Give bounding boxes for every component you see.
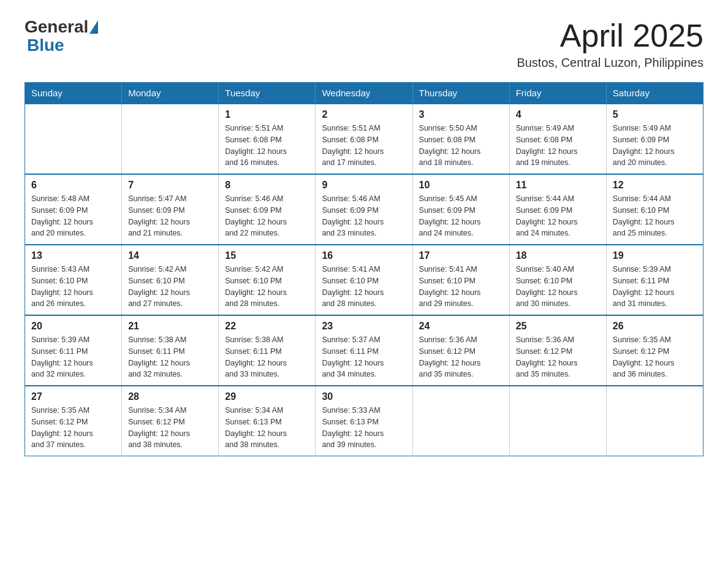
calendar-cell: 6Sunrise: 5:48 AM Sunset: 6:09 PM Daylig…: [25, 174, 122, 245]
day-number: 25: [516, 321, 600, 332]
title-section: April 2025 Bustos, Central Luzon, Philip…: [517, 18, 703, 70]
logo-blue-text: Blue: [27, 36, 64, 55]
calendar-cell: 19Sunrise: 5:39 AM Sunset: 6:11 PM Dayli…: [606, 245, 703, 315]
day-number: 24: [419, 321, 503, 332]
day-info: Sunrise: 5:34 AM Sunset: 6:13 PM Dayligh…: [225, 405, 309, 451]
calendar-cell: 7Sunrise: 5:47 AM Sunset: 6:09 PM Daylig…: [122, 174, 219, 245]
day-info: Sunrise: 5:40 AM Sunset: 6:10 PM Dayligh…: [516, 264, 600, 310]
day-number: 27: [31, 391, 115, 402]
header-monday: Monday: [122, 83, 219, 104]
day-info: Sunrise: 5:47 AM Sunset: 6:09 PM Dayligh…: [128, 193, 212, 239]
day-info: Sunrise: 5:36 AM Sunset: 6:12 PM Dayligh…: [419, 334, 503, 380]
calendar-cell: 30Sunrise: 5:33 AM Sunset: 6:13 PM Dayli…: [316, 386, 412, 456]
calendar-cell: 8Sunrise: 5:46 AM Sunset: 6:09 PM Daylig…: [219, 174, 316, 245]
day-number: 17: [419, 250, 503, 261]
header-tuesday: Tuesday: [219, 83, 316, 104]
day-number: 22: [225, 321, 309, 332]
calendar-cell: 1Sunrise: 5:51 AM Sunset: 6:08 PM Daylig…: [219, 104, 316, 174]
day-number: 6: [31, 180, 115, 191]
calendar-week-5: 27Sunrise: 5:35 AM Sunset: 6:12 PM Dayli…: [25, 386, 703, 456]
calendar-cell: 13Sunrise: 5:43 AM Sunset: 6:10 PM Dayli…: [25, 245, 122, 315]
day-info: Sunrise: 5:39 AM Sunset: 6:11 PM Dayligh…: [613, 264, 697, 310]
day-info: Sunrise: 5:42 AM Sunset: 6:10 PM Dayligh…: [128, 264, 212, 310]
calendar-cell: 28Sunrise: 5:34 AM Sunset: 6:12 PM Dayli…: [122, 386, 219, 456]
day-info: Sunrise: 5:49 AM Sunset: 6:08 PM Dayligh…: [516, 123, 600, 169]
calendar-table: Sunday Monday Tuesday Wednesday Thursday…: [25, 82, 703, 456]
logo: General Blue: [25, 18, 99, 55]
location-subtitle: Bustos, Central Luzon, Philippines: [517, 56, 703, 70]
calendar-cell: 9Sunrise: 5:46 AM Sunset: 6:09 PM Daylig…: [316, 174, 412, 245]
page-header: General Blue April 2025 Bustos, Central …: [25, 18, 703, 70]
day-number: 21: [128, 321, 212, 332]
header-sunday: Sunday: [25, 83, 122, 104]
calendar-cell: 11Sunrise: 5:44 AM Sunset: 6:09 PM Dayli…: [509, 174, 606, 245]
day-number: 11: [516, 180, 600, 191]
calendar-cell: [509, 386, 606, 456]
day-number: 10: [419, 180, 503, 191]
day-number: 13: [31, 250, 115, 261]
day-info: Sunrise: 5:44 AM Sunset: 6:10 PM Dayligh…: [613, 193, 697, 239]
calendar-week-1: 1Sunrise: 5:51 AM Sunset: 6:08 PM Daylig…: [25, 104, 703, 174]
calendar-cell: 14Sunrise: 5:42 AM Sunset: 6:10 PM Dayli…: [122, 245, 219, 315]
day-number: 2: [322, 109, 406, 120]
calendar-cell: 3Sunrise: 5:50 AM Sunset: 6:08 PM Daylig…: [412, 104, 509, 174]
day-info: Sunrise: 5:33 AM Sunset: 6:13 PM Dayligh…: [322, 405, 406, 451]
day-info: Sunrise: 5:38 AM Sunset: 6:11 PM Dayligh…: [128, 334, 212, 380]
header-saturday: Saturday: [606, 83, 703, 104]
calendar-cell: [606, 386, 703, 456]
logo-general-text: General: [25, 18, 88, 36]
calendar-cell: 17Sunrise: 5:41 AM Sunset: 6:10 PM Dayli…: [412, 245, 509, 315]
calendar-cell: 4Sunrise: 5:49 AM Sunset: 6:08 PM Daylig…: [509, 104, 606, 174]
day-number: 20: [31, 321, 115, 332]
day-info: Sunrise: 5:50 AM Sunset: 6:08 PM Dayligh…: [419, 123, 503, 169]
day-number: 5: [613, 109, 697, 120]
day-info: Sunrise: 5:38 AM Sunset: 6:11 PM Dayligh…: [225, 334, 309, 380]
day-number: 19: [613, 250, 697, 261]
day-number: 3: [419, 109, 503, 120]
day-info: Sunrise: 5:46 AM Sunset: 6:09 PM Dayligh…: [322, 193, 406, 239]
calendar-cell: 22Sunrise: 5:38 AM Sunset: 6:11 PM Dayli…: [219, 315, 316, 386]
day-info: Sunrise: 5:51 AM Sunset: 6:08 PM Dayligh…: [225, 123, 309, 169]
day-info: Sunrise: 5:41 AM Sunset: 6:10 PM Dayligh…: [419, 264, 503, 310]
day-info: Sunrise: 5:48 AM Sunset: 6:09 PM Dayligh…: [31, 193, 115, 239]
calendar-cell: 20Sunrise: 5:39 AM Sunset: 6:11 PM Dayli…: [25, 315, 122, 386]
day-info: Sunrise: 5:35 AM Sunset: 6:12 PM Dayligh…: [613, 334, 697, 380]
day-number: 16: [322, 250, 406, 261]
day-number: 14: [128, 250, 212, 261]
day-number: 15: [225, 250, 309, 261]
calendar-cell: 29Sunrise: 5:34 AM Sunset: 6:13 PM Dayli…: [219, 386, 316, 456]
calendar-cell: [122, 104, 219, 174]
day-number: 9: [322, 180, 406, 191]
day-info: Sunrise: 5:42 AM Sunset: 6:10 PM Dayligh…: [225, 264, 309, 310]
calendar-cell: [412, 386, 509, 456]
day-number: 8: [225, 180, 309, 191]
calendar-cell: 5Sunrise: 5:49 AM Sunset: 6:09 PM Daylig…: [606, 104, 703, 174]
day-number: 28: [128, 391, 212, 402]
calendar-cell: 2Sunrise: 5:51 AM Sunset: 6:08 PM Daylig…: [316, 104, 412, 174]
header-wednesday: Wednesday: [316, 83, 412, 104]
day-number: 18: [516, 250, 600, 261]
day-info: Sunrise: 5:44 AM Sunset: 6:09 PM Dayligh…: [516, 193, 600, 239]
calendar-cell: 27Sunrise: 5:35 AM Sunset: 6:12 PM Dayli…: [25, 386, 122, 456]
day-number: 1: [225, 109, 309, 120]
calendar-week-3: 13Sunrise: 5:43 AM Sunset: 6:10 PM Dayli…: [25, 245, 703, 315]
day-info: Sunrise: 5:43 AM Sunset: 6:10 PM Dayligh…: [31, 264, 115, 310]
calendar-header: Sunday Monday Tuesday Wednesday Thursday…: [25, 83, 703, 104]
calendar-cell: 10Sunrise: 5:45 AM Sunset: 6:09 PM Dayli…: [412, 174, 509, 245]
day-number: 12: [613, 180, 697, 191]
day-info: Sunrise: 5:35 AM Sunset: 6:12 PM Dayligh…: [31, 405, 115, 451]
header-row: Sunday Monday Tuesday Wednesday Thursday…: [25, 83, 703, 104]
calendar-body: 1Sunrise: 5:51 AM Sunset: 6:08 PM Daylig…: [25, 104, 703, 456]
day-number: 7: [128, 180, 212, 191]
day-info: Sunrise: 5:34 AM Sunset: 6:12 PM Dayligh…: [128, 405, 212, 451]
calendar-cell: 26Sunrise: 5:35 AM Sunset: 6:12 PM Dayli…: [606, 315, 703, 386]
calendar-week-2: 6Sunrise: 5:48 AM Sunset: 6:09 PM Daylig…: [25, 174, 703, 245]
calendar-cell: [25, 104, 122, 174]
day-number: 29: [225, 391, 309, 402]
day-info: Sunrise: 5:37 AM Sunset: 6:11 PM Dayligh…: [322, 334, 406, 380]
logo-triangle-icon: [89, 20, 98, 34]
day-number: 23: [322, 321, 406, 332]
calendar-cell: 16Sunrise: 5:41 AM Sunset: 6:10 PM Dayli…: [316, 245, 412, 315]
day-info: Sunrise: 5:49 AM Sunset: 6:09 PM Dayligh…: [613, 123, 697, 169]
day-number: 30: [322, 391, 406, 402]
